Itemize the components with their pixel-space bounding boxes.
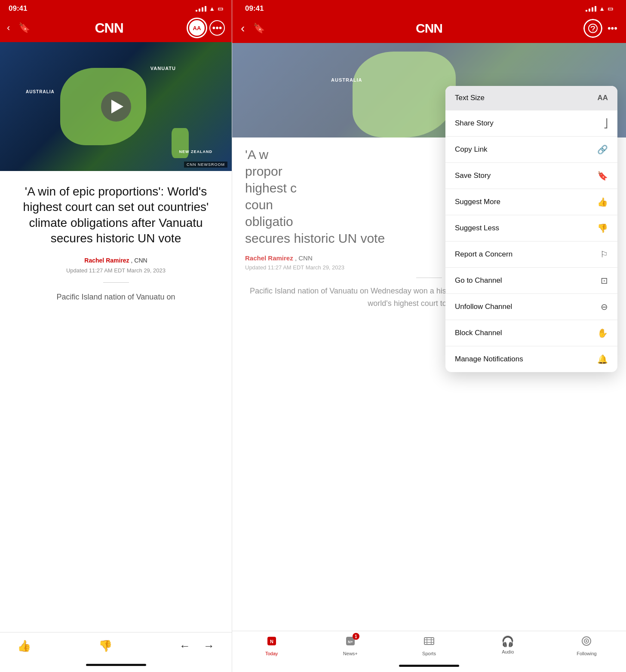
- right-more-icon[interactable]: •••: [608, 23, 617, 34]
- tab-following[interactable]: Following: [547, 635, 626, 656]
- left-nav-icons: ‹ 🔖: [7, 22, 30, 34]
- author-name: Rachel Ramirez: [84, 257, 129, 264]
- australia-label: AUSTRALIA: [26, 89, 55, 94]
- bell-icon: 🔔: [597, 354, 608, 364]
- today-icon: N: [266, 635, 277, 649]
- menu-item-unfollow-channel[interactable]: Unfollow Channel ⊖: [445, 294, 617, 320]
- left-nav-right: AA •••: [188, 19, 225, 37]
- news-plus-label: News+: [343, 651, 358, 656]
- manage-notifications-label: Manage Notifications: [455, 355, 523, 363]
- dropdown-menu: Text Size AA Share Story ⎦ Copy Link 🔗 S…: [445, 86, 617, 372]
- menu-item-copy-link[interactable]: Copy Link 🔗: [445, 137, 617, 163]
- play-button[interactable]: [101, 92, 131, 122]
- signal-icon: [196, 6, 206, 12]
- right-wifi-icon: ▲: [599, 5, 605, 12]
- text-size-button[interactable]: AA: [188, 19, 206, 37]
- tab-audio[interactable]: 🎧 Audio: [469, 635, 547, 656]
- menu-item-text-size[interactable]: Text Size AA: [445, 86, 617, 110]
- news-plus-badge-wrapper: N+ 1: [345, 635, 356, 649]
- wifi-icon: ▲: [209, 5, 215, 12]
- copy-link-label: Copy Link: [455, 145, 488, 154]
- suggestions-icon-button[interactable]: [583, 19, 602, 38]
- unfollow-channel-label: Unfollow Channel: [455, 302, 512, 311]
- right-article-divider: [416, 278, 442, 278]
- following-label: Following: [577, 651, 596, 656]
- tab-today[interactable]: N Today: [232, 635, 311, 656]
- share-story-label: Share Story: [455, 119, 494, 128]
- block-icon: ✋: [597, 328, 608, 338]
- video-section: VANUATU AUSTRALIA NEW ZEALAND CNN NEWSRO…: [0, 42, 232, 171]
- right-nav-right: •••: [583, 19, 617, 38]
- right-author-source: , CNN: [295, 254, 313, 262]
- right-signal-icon: [586, 6, 596, 12]
- back-icon[interactable]: ‹: [7, 22, 10, 34]
- block-channel-label: Block Channel: [455, 329, 502, 337]
- menu-item-share-story[interactable]: Share Story ⎦: [445, 110, 617, 137]
- author-source: , CNN: [131, 257, 147, 264]
- tab-sports[interactable]: Sports: [390, 635, 468, 656]
- right-status-bar: 09:41 ▲ ▭: [232, 0, 626, 15]
- following-icon: [581, 635, 592, 649]
- menu-item-block-channel[interactable]: Block Channel ✋: [445, 320, 617, 346]
- right-battery-icon: ▭: [608, 5, 613, 12]
- home-bar: [86, 664, 146, 666]
- save-story-label: Save Story: [455, 171, 491, 180]
- menu-item-manage-notifications[interactable]: Manage Notifications 🔔: [445, 346, 617, 372]
- left-bottom-bar: 👍 👎 ← →: [0, 632, 232, 660]
- bottom-tab-bar: N Today N+ 1 News+: [232, 631, 626, 661]
- svg-point-1: [592, 31, 593, 31]
- article-divider: [103, 282, 129, 283]
- right-author-name: Rachel Ramirez: [245, 254, 293, 262]
- vanuatu-label: VANUATU: [150, 66, 176, 71]
- forward-arrow-button[interactable]: →: [203, 639, 215, 653]
- right-nav-left: ‹ 🔖: [241, 21, 265, 35]
- menu-text-size-label: Text Size: [455, 94, 485, 102]
- report-icon: ⚐: [600, 249, 608, 260]
- thumbs-down-icon: 👎: [597, 223, 608, 233]
- left-status-icons: ▲ ▭: [196, 5, 223, 12]
- news-plus-badge: 1: [353, 633, 359, 640]
- suggestions-icon: [588, 23, 598, 34]
- right-time: 09:41: [245, 4, 264, 13]
- text-size-aa-icon: AA: [597, 94, 608, 102]
- right-home-indicator: [232, 661, 626, 672]
- sports-icon: [423, 635, 435, 649]
- bookmark-icon[interactable]: 🔖: [18, 22, 30, 34]
- right-back-icon[interactable]: ‹: [241, 21, 245, 35]
- menu-item-go-to-channel[interactable]: Go to Channel ⊡: [445, 268, 617, 294]
- menu-item-save-story[interactable]: Save Story 🔖: [445, 163, 617, 189]
- back-arrow-button[interactable]: ←: [179, 639, 190, 653]
- right-content-area: AUSTRALIA 'A wproporhighest ccounobligat…: [232, 43, 626, 631]
- menu-item-report-concern[interactable]: Report a Concern ⚐: [445, 241, 617, 268]
- right-phone: 09:41 ▲ ▭ ‹ 🔖 CNN: [232, 0, 626, 672]
- thumbs-up-button[interactable]: 👍: [17, 639, 31, 653]
- go-to-channel-label: Go to Channel: [455, 276, 502, 285]
- share-icon: ⎦: [604, 118, 608, 128]
- more-options-button[interactable]: •••: [209, 20, 225, 36]
- menu-item-suggest-more[interactable]: Suggest More 👍: [445, 189, 617, 215]
- svg-text:N: N: [270, 639, 273, 644]
- link-icon: 🔗: [597, 144, 608, 155]
- svg-text:N+: N+: [348, 640, 353, 644]
- article-title: 'A win of epic proportions': World's hig…: [17, 184, 215, 247]
- article-body: Pacific Island nation of Vanuatu on: [17, 291, 215, 303]
- suggest-less-label: Suggest Less: [455, 224, 499, 232]
- suggest-more-label: Suggest More: [455, 198, 500, 206]
- map-background: VANUATU AUSTRALIA NEW ZEALAND CNN NEWSRO…: [0, 42, 232, 171]
- channel-icon: ⊡: [601, 275, 608, 286]
- right-status-icons: ▲ ▭: [586, 5, 613, 12]
- save-icon: 🔖: [597, 171, 608, 181]
- cnn-logo: CNN: [95, 20, 123, 36]
- menu-item-suggest-less[interactable]: Suggest Less 👎: [445, 215, 617, 241]
- right-bookmark-icon[interactable]: 🔖: [253, 23, 265, 34]
- thumbs-down-button[interactable]: 👎: [98, 639, 112, 653]
- article-date: Updated 11:27 AM EDT March 29, 2023: [17, 267, 215, 274]
- nz-label: NEW ZEALAND: [179, 150, 213, 154]
- article-author: Rachel Ramirez , CNN: [17, 257, 215, 264]
- tab-news-plus[interactable]: N+ 1 News+: [311, 635, 390, 656]
- svg-point-13: [586, 640, 587, 642]
- thumbs-up-icon: 👍: [597, 197, 608, 207]
- left-article-content: 'A win of epic proportions': World's hig…: [0, 171, 232, 632]
- play-triangle-icon: [111, 100, 123, 113]
- battery-icon: ▭: [218, 5, 223, 12]
